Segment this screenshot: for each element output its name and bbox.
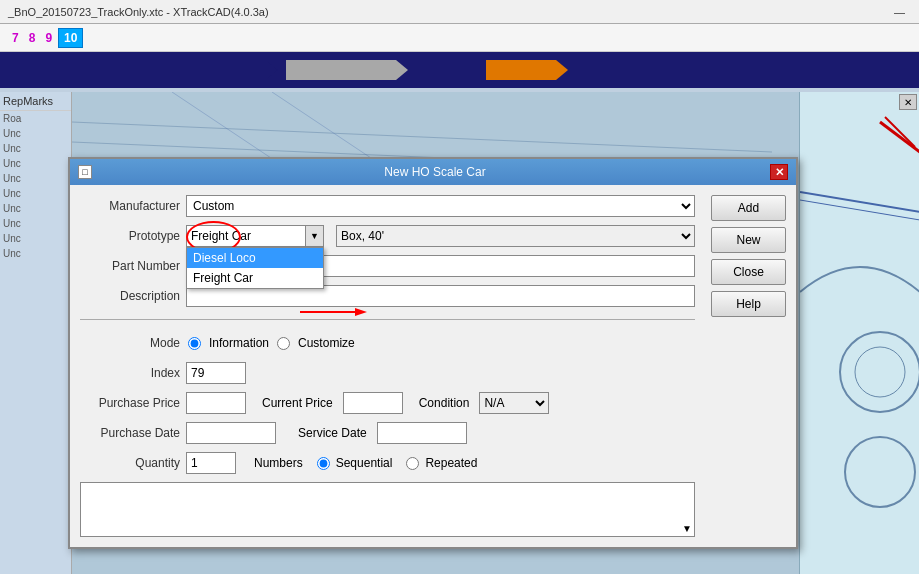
price-row: Purchase Price Current Price Condition N…	[80, 392, 695, 414]
description-row: Description	[80, 285, 695, 307]
separator-1	[80, 319, 695, 320]
repeated-label: Repeated	[425, 456, 477, 470]
sidebar-row-2: Unc	[0, 141, 71, 156]
svg-marker-5	[486, 60, 568, 80]
mode-customize-label: Customize	[298, 336, 355, 350]
sidebar-row-8: Unc	[0, 231, 71, 246]
sidebar: RepMarks Roa Unc Unc Unc Unc Unc Unc Unc…	[0, 92, 72, 574]
svg-line-7	[72, 122, 772, 152]
cad-panel: ✕	[799, 92, 919, 574]
title-bar: _BnO_20150723_TrackOnly.xtc - XTrackCAD(…	[0, 0, 919, 24]
svg-line-17	[800, 200, 919, 220]
numbers-label: Numbers	[254, 456, 303, 470]
index-row: Index	[80, 362, 695, 384]
purchase-date-input[interactable]	[186, 422, 276, 444]
manufacturer-select[interactable]: Custom	[186, 195, 695, 217]
prototype-dropdown-arrow[interactable]: ▼	[306, 225, 324, 247]
sidebar-row-6: Unc	[0, 201, 71, 216]
help-button[interactable]: Help	[711, 291, 786, 317]
dropdown-item-freight[interactable]: Freight Car	[187, 268, 323, 288]
svg-line-11	[880, 122, 919, 152]
minimize-button[interactable]: —	[888, 6, 911, 18]
svg-marker-0	[8, 60, 90, 80]
sidebar-row-roa: Roa	[0, 111, 71, 126]
sequential-label: Sequential	[336, 456, 393, 470]
quantity-input[interactable]	[186, 452, 236, 474]
purchase-date-label: Purchase Date	[80, 426, 180, 440]
sidebar-row-5: Unc	[0, 186, 71, 201]
index-label: Index	[80, 366, 180, 380]
prototype-select-container: Freight Car ▼	[186, 225, 324, 247]
purchase-price-label: Purchase Price	[80, 396, 180, 410]
svg-point-15	[845, 437, 915, 507]
mode-row: Mode Information Customize	[80, 332, 695, 354]
dialog-title: New HO Scale Car	[100, 165, 770, 179]
svg-marker-1	[98, 60, 168, 80]
svg-marker-4	[416, 60, 478, 80]
sequential-radio[interactable]	[317, 457, 330, 470]
svg-marker-3	[286, 60, 408, 80]
arrow-toolbar	[0, 52, 919, 88]
cad-close-button[interactable]: ✕	[899, 94, 917, 110]
sidebar-row-7: Unc	[0, 216, 71, 231]
svg-point-14	[855, 347, 905, 397]
window-title: _BnO_20150723_TrackOnly.xtc - XTrackCAD(…	[8, 6, 269, 18]
add-button[interactable]: Add	[711, 195, 786, 221]
tab-bar: 7 8 9 10	[0, 24, 919, 52]
description-textarea[interactable]	[81, 483, 694, 533]
prototype-select-display[interactable]: Freight Car	[186, 225, 306, 247]
description-textarea-wrapper: ▼	[80, 482, 695, 537]
current-price-label: Current Price	[262, 396, 333, 410]
manufacturer-row: Manufacturer Custom	[80, 195, 695, 217]
arrow-shapes	[8, 56, 658, 84]
dialog-buttons: Add New Close Help	[705, 195, 786, 537]
scroll-down-icon: ▼	[682, 523, 692, 534]
mode-label: Mode	[80, 336, 180, 350]
mode-info-label: Information	[209, 336, 269, 350]
part-number-label: Part Number	[80, 259, 180, 273]
current-price-input[interactable]	[343, 392, 403, 414]
service-date-label: Service Date	[298, 426, 367, 440]
sidebar-row-4: Unc	[0, 171, 71, 186]
index-input[interactable]	[186, 362, 246, 384]
dialog-titlebar: □ New HO Scale Car ✕	[70, 159, 796, 185]
close-button[interactable]: Close	[711, 259, 786, 285]
mode-info-radio[interactable]	[188, 337, 201, 350]
manufacturer-label: Manufacturer	[80, 199, 180, 213]
svg-marker-2	[176, 60, 278, 80]
prototype-dropdown-popup: Diesel Loco Freight Car	[186, 247, 324, 289]
new-car-dialog: □ New HO Scale Car ✕ Manufacturer Custom…	[68, 157, 798, 549]
car-type-select[interactable]: Box, 40'	[336, 225, 695, 247]
dropdown-item-diesel[interactable]: Diesel Loco	[187, 248, 323, 268]
dialog-close-button[interactable]: ✕	[770, 164, 788, 180]
dialog-form: Manufacturer Custom Prototype Freight Ca…	[80, 195, 695, 537]
sidebar-marks-label: RepMarks	[0, 92, 71, 111]
sidebar-row-9: Unc	[0, 246, 71, 261]
service-date-input[interactable]	[377, 422, 467, 444]
quantity-label: Quantity	[80, 456, 180, 470]
tab-10[interactable]: 10	[58, 28, 83, 48]
description-label: Description	[80, 289, 180, 303]
part-number-row: Part Number	[80, 255, 695, 277]
tab-8[interactable]: 8	[25, 29, 40, 47]
dialog-icon: □	[78, 165, 92, 179]
mode-customize-radio[interactable]	[277, 337, 290, 350]
date-row: Purchase Date Service Date	[80, 422, 695, 444]
svg-line-12	[885, 117, 915, 147]
tab-9[interactable]: 9	[41, 29, 56, 47]
repeated-radio[interactable]	[406, 457, 419, 470]
cad-drawing	[800, 92, 919, 574]
quantity-row: Quantity Numbers Sequential Repeated	[80, 452, 695, 474]
sidebar-row-3: Unc	[0, 156, 71, 171]
tab-7[interactable]: 7	[8, 29, 23, 47]
purchase-price-input[interactable]	[186, 392, 246, 414]
condition-select[interactable]: N/A Poor Fair Good Excellent	[479, 392, 549, 414]
svg-point-13	[840, 332, 919, 412]
dialog-body: Manufacturer Custom Prototype Freight Ca…	[70, 185, 796, 547]
svg-marker-6	[576, 60, 650, 80]
prototype-value: Freight Car	[191, 229, 251, 243]
condition-label: Condition	[419, 396, 470, 410]
new-button[interactable]: New	[711, 227, 786, 253]
prototype-dropdown-wrapper: Freight Car ▼ Diesel Loco Freight Car	[186, 225, 324, 247]
track-area: RepMarks Roa Unc Unc Unc Unc Unc Unc Unc…	[0, 92, 919, 574]
